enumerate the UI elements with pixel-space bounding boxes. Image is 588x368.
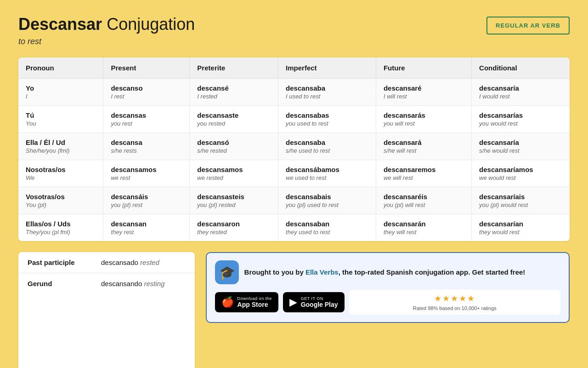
- cell-4-2: descansasteisyou (pl) rested: [190, 187, 278, 214]
- cell-5-0: Ellas/os / UdsThey/you (pl fml): [18, 214, 103, 242]
- cell-2-0: Ella / Él / UdShe/he/you (fml): [18, 133, 103, 160]
- table-header-row: Pronoun Present Preterite Imperfect Futu…: [18, 58, 570, 79]
- cell-4-4: descansaréisyou (pl) will rest: [376, 187, 471, 214]
- cell-1-5: descansaríasyou would rest: [472, 106, 570, 133]
- app-icon-svg: 🎓: [215, 260, 239, 284]
- past-participle-row: Past participle descansado rested: [18, 252, 195, 273]
- cell-1-0: TúYou: [18, 106, 103, 133]
- col-future: Future: [376, 58, 471, 79]
- col-present: Present: [103, 58, 190, 79]
- rating-text: Rated 98% based on 10,000+ ratings: [413, 305, 497, 311]
- past-participle-label: Past participle: [28, 259, 101, 266]
- app-icon: 🎓: [215, 260, 239, 284]
- ella-verbs-ad-link[interactable]: Ella Verbs: [305, 268, 339, 276]
- cell-0-0: YoI: [18, 79, 103, 106]
- cell-0-4: descansaréI will rest: [376, 79, 471, 106]
- app-store-top-label: Download on the: [237, 296, 272, 301]
- app-store-bottom-label: App Store: [237, 301, 272, 308]
- cell-1-2: descansasteyou rested: [190, 106, 278, 133]
- cell-5-4: descansaránthey will rest: [376, 214, 471, 242]
- cell-1-1: descansasyou rest: [103, 106, 190, 133]
- cell-5-2: descansaronthey rested: [190, 214, 278, 242]
- cell-3-2: descansamoswe rested: [190, 160, 278, 187]
- bottom-section: Past participle descansado rested Gerund…: [18, 252, 570, 368]
- app-store-button[interactable]: 🍎 Download on the App Store: [215, 292, 278, 312]
- cell-0-1: descansoI rest: [103, 79, 190, 106]
- cell-5-1: descansanthey rest: [103, 214, 190, 242]
- cell-3-0: Nosotras/osWe: [18, 160, 103, 187]
- cell-2-2: descansós/he rested: [190, 133, 278, 160]
- rating-stars: ★★★★★: [434, 293, 475, 304]
- bottom-left: Past participle descansado rested Gerund…: [18, 252, 195, 368]
- cell-1-4: descansarásyou will rest: [376, 106, 471, 133]
- cell-3-1: descansamoswe rest: [103, 160, 190, 187]
- cell-4-5: descansaríaisyou (pl) would rest: [472, 187, 570, 214]
- col-pronoun: Pronoun: [18, 58, 103, 79]
- ad-top: 🎓 Brought to you by Ella Verbs, the top-…: [215, 260, 560, 284]
- cell-3-4: descansaremoswe will rest: [376, 160, 471, 187]
- cell-3-5: descansaríamoswe would rest: [472, 160, 570, 187]
- cell-0-5: descansaríaI would rest: [472, 79, 570, 106]
- cell-2-4: descansarás/he will rest: [376, 133, 471, 160]
- col-preterite: Preterite: [190, 58, 278, 79]
- cell-2-5: descansarías/he would rest: [472, 133, 570, 160]
- cell-4-1: descansáisyou (pl) rest: [103, 187, 190, 214]
- gerund-row: Gerund descansando resting: [18, 273, 195, 294]
- col-conditional: Conditional: [472, 58, 570, 79]
- page-header: Descansar Conjugation to rest REGULAR AR…: [18, 15, 570, 46]
- gerund-value: descansando resting: [101, 280, 164, 288]
- cell-4-3: descansabaisyou (pl) used to rest: [278, 187, 376, 214]
- cell-2-3: descansabas/he used to rest: [278, 133, 376, 160]
- ad-text: Brought to you by Ella Verbs, the top-ra…: [244, 267, 526, 278]
- cell-2-1: descansas/he rests: [103, 133, 190, 160]
- col-imperfect: Imperfect: [278, 58, 376, 79]
- cell-3-3: descansábamoswe used to rest: [278, 160, 376, 187]
- table-row: Vosotras/osYou (pl)descansáisyou (pl) re…: [18, 187, 570, 214]
- svg-text:🎓: 🎓: [219, 265, 235, 280]
- cell-4-0: Vosotras/osYou (pl): [18, 187, 103, 214]
- participle-table: Past participle descansado rested Gerund…: [18, 252, 195, 368]
- cell-5-3: descansabanthey used to rest: [278, 214, 376, 242]
- cell-1-3: descansabasyou used to rest: [278, 106, 376, 133]
- cell-0-3: descansabaI used to rest: [278, 79, 376, 106]
- title-section: Descansar Conjugation to rest: [18, 15, 195, 46]
- google-play-button[interactable]: ▶ GET IT ON Google Play: [283, 292, 345, 312]
- page-title: Descansar Conjugation: [18, 15, 195, 34]
- conjugation-table: Pronoun Present Preterite Imperfect Futu…: [18, 58, 570, 241]
- cell-5-5: descansaríanthey would rest: [472, 214, 570, 242]
- apple-icon: 🍎: [221, 296, 234, 308]
- past-participle-value: descansado rested: [101, 259, 159, 266]
- rating-box: ★★★★★ Rated 98% based on 10,000+ ratings: [349, 290, 560, 315]
- cell-0-2: descanséI rested: [190, 79, 278, 106]
- table-row: Ellas/os / UdsThey/you (pl fml)descansan…: [18, 214, 570, 242]
- ad-banner: 🎓 Brought to you by Ella Verbs, the top-…: [206, 252, 570, 323]
- google-play-top-label: GET IT ON: [301, 296, 338, 301]
- google-play-icon: ▶: [289, 296, 297, 308]
- ad-bottom: 🍎 Download on the App Store ▶ GET IT ON …: [215, 290, 560, 315]
- table-row: YoIdescansoI restdescanséI resteddescans…: [18, 79, 570, 106]
- verb-badge: REGULAR AR VERB: [486, 17, 570, 34]
- google-play-bottom-label: Google Play: [301, 301, 338, 308]
- page-subtitle: to rest: [18, 37, 195, 46]
- table-row: Ella / Él / UdShe/he/you (fml)descansas/…: [18, 133, 570, 160]
- table-row: TúYoudescansasyou restdescansasteyou res…: [18, 106, 570, 133]
- table-row: Nosotras/osWedescansamoswe restdescansam…: [18, 160, 570, 187]
- gerund-label: Gerund: [28, 280, 101, 288]
